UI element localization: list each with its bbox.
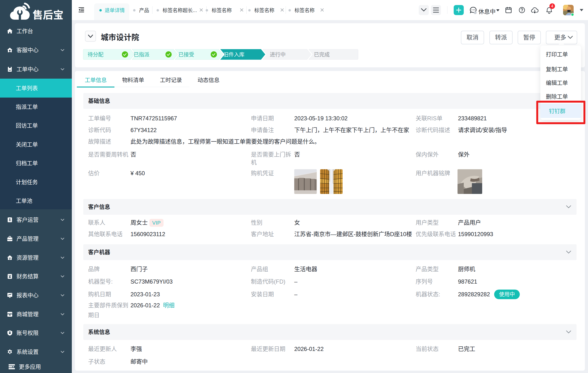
svg-text:旧件入库: 旧件入库	[223, 52, 244, 57]
svg-text:进行中: 进行中	[270, 52, 286, 57]
svg-text:待分配: 待分配	[88, 52, 104, 57]
svg-text:已指派: 已指派	[134, 52, 149, 57]
svg-text:已接受: 已接受	[178, 52, 194, 57]
svg-text:已完成: 已完成	[314, 52, 330, 57]
